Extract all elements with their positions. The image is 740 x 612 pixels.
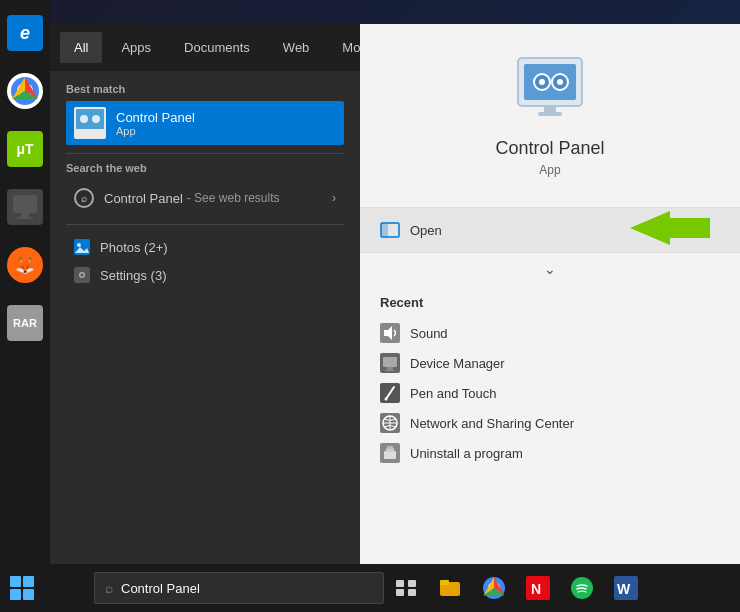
photos-icon [74, 239, 90, 255]
search-circle-icon: ⌕ [74, 188, 94, 208]
svg-point-21 [539, 79, 545, 85]
nav-tabs: All Apps Documents Web More ▾ 👤 ··· [50, 24, 360, 71]
svg-rect-33 [383, 357, 397, 367]
desktop: e μT [0, 0, 740, 612]
divider-1 [66, 153, 344, 154]
recent-uninstall[interactable]: Uninstall a program [380, 438, 720, 468]
sidebar-app-desktop[interactable] [2, 179, 48, 235]
tab-apps[interactable]: Apps [107, 32, 165, 63]
web-search-item[interactable]: ⌕ Control Panel - See web results › [66, 180, 344, 216]
result-name: Control Panel [116, 110, 195, 125]
app-info: Control Panel App [360, 24, 740, 197]
control-panel-icon-large [514, 54, 586, 126]
netflix-taskbar[interactable]: N [516, 564, 560, 612]
svg-rect-47 [396, 580, 404, 587]
search-content: Best match Control Panel App [50, 71, 360, 564]
recent-label: Recent [380, 295, 720, 310]
web-section-label: Search the web [66, 162, 344, 174]
tab-web[interactable]: Web [269, 32, 324, 63]
sound-label: Sound [410, 326, 448, 341]
svg-point-9 [80, 115, 88, 123]
sidebar-app-winrar[interactable]: RAR [2, 295, 48, 351]
svg-rect-4 [21, 213, 29, 217]
expand-button[interactable]: ⌄ [360, 253, 740, 285]
taskbar-search-box[interactable]: ⌕ [94, 572, 384, 604]
tab-all[interactable]: All [60, 32, 102, 63]
svg-text:W: W [617, 581, 631, 597]
recent-pen-touch[interactable]: Pen and Touch [380, 378, 720, 408]
svg-rect-25 [538, 112, 562, 116]
task-view-button[interactable] [384, 564, 428, 612]
sidebar-app-chrome[interactable] [2, 63, 48, 119]
start-menu: All Apps Documents Web More ▾ 👤 ··· Best… [50, 24, 740, 564]
photos-label: Photos (2+) [100, 240, 168, 255]
best-match-label: Best match [66, 83, 344, 95]
recent-sound[interactable]: Sound [380, 318, 720, 348]
svg-marker-29 [630, 211, 710, 245]
sidebar: e μT [0, 0, 50, 564]
device-manager-icon [380, 353, 400, 373]
sidebar-app-edge[interactable]: e [2, 5, 48, 61]
svg-text:N: N [531, 581, 541, 597]
svg-rect-50 [408, 589, 416, 596]
sidebar-app-firefox[interactable]: 🦊 [2, 237, 48, 293]
svg-point-16 [81, 274, 84, 277]
open-icon [380, 220, 400, 240]
open-button[interactable]: Open [360, 207, 740, 253]
taskbar: ⌕ [0, 564, 740, 612]
svg-rect-46 [387, 446, 393, 449]
recent-section: Recent Sound [360, 285, 740, 564]
pen-touch-icon [380, 383, 400, 403]
uninstall-icon [380, 443, 400, 463]
svg-rect-3 [13, 195, 37, 213]
svg-rect-34 [387, 367, 393, 370]
svg-point-10 [92, 115, 100, 123]
chevron-down-icon: ⌄ [544, 261, 556, 277]
svg-rect-48 [408, 580, 416, 587]
svg-rect-5 [17, 217, 33, 219]
svg-rect-35 [385, 370, 395, 371]
search-icon-taskbar: ⌕ [105, 580, 113, 596]
file-explorer-button[interactable] [428, 564, 472, 612]
recent-network[interactable]: Network and Sharing Center [380, 408, 720, 438]
svg-rect-49 [396, 589, 404, 596]
svg-point-38 [385, 398, 388, 401]
control-panel-text: Control Panel App [116, 110, 195, 137]
svg-rect-52 [440, 580, 449, 585]
sound-icon [380, 323, 400, 343]
svg-rect-24 [544, 106, 556, 112]
device-manager-label: Device Manager [410, 356, 505, 371]
result-control-panel[interactable]: Control Panel App [66, 101, 344, 145]
network-label: Network and Sharing Center [410, 416, 574, 431]
settings-label: Settings (3) [100, 268, 166, 283]
control-panel-icon-small [74, 107, 106, 139]
sidebar-app-utorrent[interactable]: μT [2, 121, 48, 177]
search-panel: All Apps Documents Web More ▾ 👤 ··· Best… [50, 24, 360, 564]
web-arrow-icon: › [332, 191, 336, 205]
open-label: Open [410, 223, 442, 238]
green-arrow [630, 210, 710, 250]
app-title: Control Panel [495, 138, 604, 159]
start-button[interactable] [0, 564, 44, 612]
network-icon [380, 413, 400, 433]
group-photos[interactable]: Photos (2+) [66, 233, 344, 261]
divider-2 [66, 224, 344, 225]
svg-point-12 [77, 243, 81, 247]
result-type: App [116, 125, 195, 137]
svg-rect-27 [381, 223, 388, 237]
recent-device-manager[interactable]: Device Manager [380, 348, 720, 378]
svg-rect-44 [384, 451, 396, 459]
settings-icon [74, 267, 90, 283]
web-suffix: - See web results [187, 191, 280, 205]
pen-touch-label: Pen and Touch [410, 386, 497, 401]
group-settings[interactable]: Settings (3) [66, 261, 344, 289]
tab-documents[interactable]: Documents [170, 32, 264, 63]
word-taskbar[interactable]: W [604, 564, 648, 612]
web-query: Control Panel [104, 191, 183, 206]
right-panel: Control Panel App Open [360, 24, 740, 564]
spotify-taskbar[interactable] [560, 564, 604, 612]
svg-point-23 [557, 79, 563, 85]
chrome-taskbar[interactable] [472, 564, 516, 612]
taskbar-search-input[interactable] [121, 581, 321, 596]
uninstall-label: Uninstall a program [410, 446, 523, 461]
